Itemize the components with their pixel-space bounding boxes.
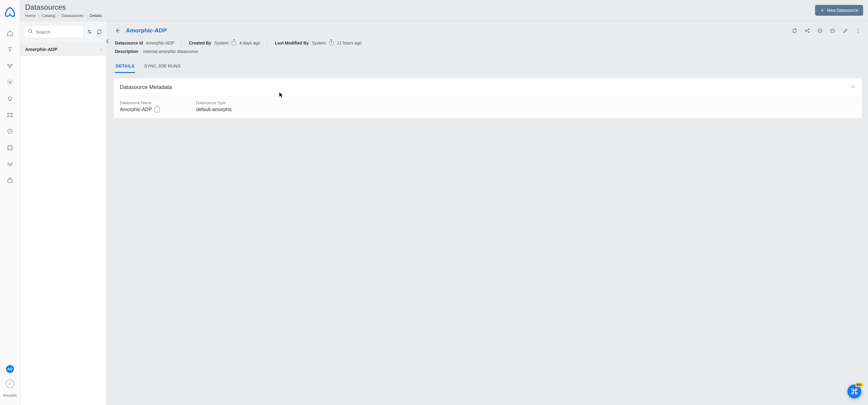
more-icon[interactable] [854, 27, 862, 34]
clock-icon [231, 40, 236, 45]
chevron-right-icon: › [100, 46, 102, 52]
plus-icon: ＋ [820, 8, 825, 13]
left-nav-rail: AQ i Amorphic [0, 0, 20, 405]
field-label-name: Datasource Name [120, 100, 160, 105]
created-by-label: Created By [189, 40, 211, 45]
nav-cluster-icon[interactable] [4, 60, 16, 72]
detail-content: Amorphic-ADP Datasource Id Amorphic-ADP … [106, 21, 868, 405]
svg-point-6 [11, 113, 13, 115]
svg-point-20 [858, 30, 859, 31]
svg-point-5 [7, 113, 9, 115]
nav-clock-icon[interactable] [4, 125, 16, 137]
nav-crystal-icon[interactable] [4, 93, 16, 105]
nav-group-main [4, 27, 16, 186]
nav-briefcase-icon[interactable] [4, 174, 16, 186]
run-icon[interactable] [816, 27, 824, 34]
created-by-value: System [214, 40, 228, 45]
tabs: DETAILS SYNC JOB RUNS [114, 61, 862, 73]
tab-details[interactable]: DETAILS [115, 61, 135, 73]
svg-rect-11 [8, 179, 12, 182]
datasource-list-panel: Amorphic-ADP › [20, 21, 106, 405]
brand-logo[interactable] [3, 5, 17, 19]
breadcrumb-home[interactable]: Home [25, 13, 36, 18]
fab-badge: 99+ [855, 383, 863, 387]
new-datasource-label: New Datasource [827, 8, 859, 13]
description-label: Description [115, 49, 138, 54]
id-value: Amorphic-ADP [146, 40, 174, 45]
brand-label: Amorphic [3, 394, 17, 397]
share-icon[interactable] [803, 27, 811, 34]
nav-flow-icon[interactable] [4, 109, 16, 121]
page-title: Datasources [25, 3, 815, 11]
tab-sync-job-runs[interactable]: SYNC JOB RUNS [144, 61, 181, 73]
id-label: Datasource Id [115, 40, 143, 45]
reload-icon[interactable] [790, 27, 798, 34]
svg-point-7 [7, 116, 9, 117]
modified-by-value: System [312, 40, 326, 45]
chevron-right-icon: › [38, 13, 39, 18]
field-value-name: Amorphic-ADP [120, 107, 152, 112]
modified-ago: 21 hours ago [337, 40, 362, 45]
metadata-card-title: Datasource Metadata [120, 84, 172, 91]
new-datasource-button[interactable]: ＋ New Datasource [815, 5, 864, 16]
user-avatar[interactable]: AQ [6, 365, 14, 373]
nav-home-icon[interactable] [4, 27, 16, 39]
metadata-card-header[interactable]: Datasource Metadata [114, 79, 862, 96]
clock-icon [329, 40, 334, 45]
refresh-icon[interactable] [96, 28, 103, 35]
detail-title: Amorphic-ADP [126, 27, 167, 34]
copy-icon[interactable] [154, 107, 160, 112]
search-input-wrapper[interactable] [24, 25, 84, 38]
divider [181, 40, 182, 46]
chevron-right-icon: › [86, 13, 87, 18]
list-item-label: Amorphic-ADP [25, 46, 58, 52]
breadcrumb-details: Details [90, 13, 102, 18]
breadcrumb-datasources[interactable]: Datasources [61, 13, 84, 18]
svg-point-21 [858, 32, 859, 33]
svg-point-17 [808, 31, 809, 32]
chevron-up-icon [850, 84, 856, 91]
info-icon[interactable]: i [6, 380, 14, 388]
datasource-list: Amorphic-ADP › [20, 42, 106, 405]
svg-point-12 [28, 29, 31, 32]
page-header: Datasources Home › Catalog › Datasources… [20, 0, 868, 21]
description-value: Internal amorphic datasource [143, 49, 198, 54]
svg-point-16 [808, 29, 809, 30]
svg-point-19 [858, 28, 859, 29]
list-item[interactable]: Amorphic-ADP › [20, 42, 106, 56]
field-label-type: Datasource Type [196, 100, 232, 105]
breadcrumb-catalog[interactable]: Catalog [42, 13, 55, 18]
svg-point-4 [8, 97, 12, 100]
divider [267, 40, 268, 46]
nav-filter-icon[interactable] [4, 43, 16, 56]
back-button[interactable] [114, 27, 122, 34]
nav-settings-icon[interactable] [4, 76, 16, 88]
search-input[interactable] [36, 29, 80, 34]
created-ago: 4 days ago [239, 40, 260, 45]
search-icon [27, 28, 33, 35]
svg-point-8 [11, 116, 13, 117]
nav-expand-icon[interactable] [4, 142, 16, 154]
metadata-card: Datasource Metadata Datasource Name Amor… [114, 79, 862, 118]
history-icon[interactable] [829, 27, 837, 34]
svg-point-3 [9, 82, 11, 83]
nav-wave-icon[interactable] [4, 158, 16, 170]
chevron-right-icon: › [58, 13, 59, 18]
filter-icon[interactable] [86, 28, 93, 35]
field-value-type: default-amorphic [196, 107, 232, 112]
command-fab[interactable]: 99+ [847, 384, 861, 398]
breadcrumb: Home › Catalog › Datasources › Details [25, 13, 815, 18]
svg-point-15 [805, 30, 806, 31]
modified-by-label: Last Modified By [275, 40, 309, 45]
edit-icon[interactable] [841, 27, 849, 34]
